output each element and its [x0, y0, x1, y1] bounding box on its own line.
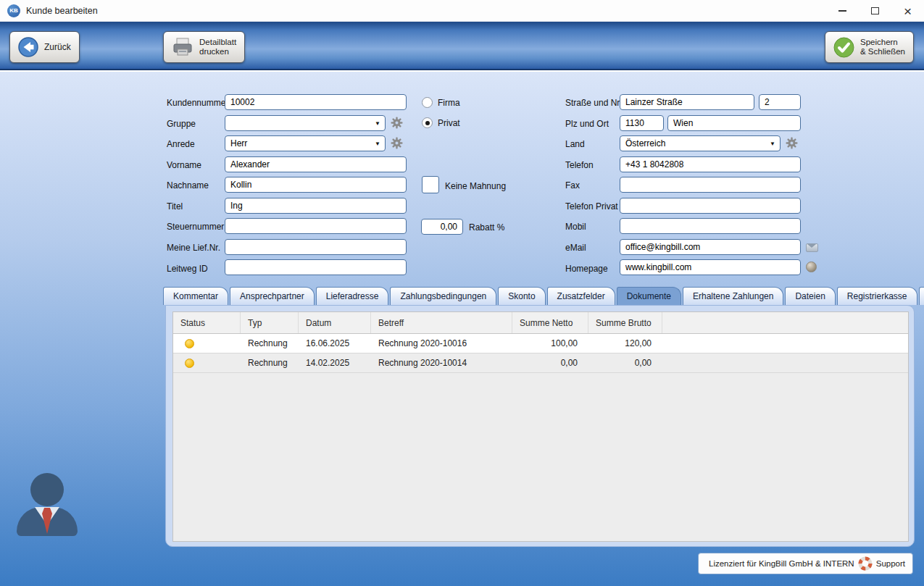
titel-input[interactable] [225, 198, 407, 214]
leitweg-id-input[interactable] [225, 259, 407, 275]
meine-lief-nr-label: Meine Lief.Nr. [167, 243, 220, 253]
save-label-line2: & Schließen [860, 47, 905, 57]
cell-betreff: Rechnung 2020-10014 [371, 353, 512, 372]
telefon-privat-label: Telefon Privat [565, 201, 618, 212]
privat-radio[interactable] [422, 117, 433, 128]
email-input[interactable] [620, 239, 801, 255]
send-email-icon[interactable] [806, 243, 818, 252]
column-header-status[interactable]: Status [173, 312, 241, 333]
license-text: Lizenziert für KingBill GmbH & INTERN [699, 559, 854, 568]
steuernummer-input[interactable] [225, 218, 407, 234]
check-circle-icon [833, 37, 854, 58]
save-label-line1: Speichern [860, 38, 905, 48]
avatar-head [30, 473, 64, 506]
cell-brutto: 0,00 [588, 353, 662, 372]
homepage-input[interactable] [620, 259, 801, 275]
tab-dateien[interactable]: Dateien [785, 287, 835, 305]
status-open-icon [185, 359, 194, 368]
minimize-button[interactable] [826, 0, 859, 22]
cell-brutto: 120,00 [588, 334, 662, 353]
chevron-down-icon: ▼ [765, 141, 780, 147]
anrede-settings-gear-icon[interactable] [391, 137, 403, 149]
keine-mahnung-label: Keine Mahnung [445, 181, 506, 191]
column-header-betreff[interactable]: Betreff [371, 312, 512, 333]
print-button-label: Detailblatt drucken [199, 38, 236, 57]
tab-briefe[interactable]: Briefe [919, 287, 924, 305]
print-detail-button[interactable]: Detailblatt drucken [163, 31, 245, 63]
column-header-summe-brutto[interactable]: Summe Brutto [588, 312, 662, 333]
back-arrow-icon [18, 37, 38, 57]
meine-lief-nr-input[interactable] [225, 239, 407, 255]
land-dropdown[interactable]: Österreich ▼ [620, 135, 781, 151]
telefon-label: Telefon [565, 160, 594, 170]
cell-typ: Rechnung [241, 353, 299, 372]
tab-ansprechpartner[interactable]: Ansprechpartner [230, 287, 315, 305]
rabatt-label: Rabatt % [469, 222, 504, 233]
vorname-input[interactable] [225, 156, 407, 172]
tab-zusatzfelder[interactable]: Zusatzfelder [547, 287, 615, 305]
print-label-line2: drucken [199, 47, 236, 57]
plz-input[interactable] [620, 115, 664, 131]
back-button[interactable]: Zurück [9, 31, 80, 63]
email-label: eMail [565, 243, 586, 253]
tab-kommentar[interactable]: Kommentar [163, 287, 228, 305]
tab-registrierkasse[interactable]: Registrierkasse [837, 287, 917, 305]
window-title: Kunde bearbeiten [26, 6, 98, 16]
cell-netto: 0,00 [512, 353, 588, 372]
license-bar: Lizenziert für KingBill GmbH & INTERN Su… [698, 553, 913, 574]
column-header-typ[interactable]: Typ [241, 312, 299, 333]
anrede-dropdown[interactable]: Herr ▼ [225, 135, 386, 151]
gruppe-dropdown[interactable]: ▼ [225, 115, 386, 131]
cell-typ: Rechnung [241, 334, 299, 353]
printer-icon [172, 37, 193, 57]
telefon-input[interactable] [620, 156, 801, 172]
maximize-button[interactable] [859, 0, 891, 22]
fax-input[interactable] [620, 177, 801, 193]
nachname-input[interactable] [225, 177, 407, 193]
status-open-icon [185, 339, 194, 348]
chevron-down-icon: ▼ [370, 120, 385, 127]
land-settings-gear-icon[interactable] [786, 137, 798, 149]
close-button[interactable]: × [891, 0, 924, 22]
land-label: Land [565, 139, 585, 149]
tab-lieferadresse[interactable]: Lieferadresse [316, 287, 389, 305]
column-header-summe-netto[interactable]: Summe Netto [512, 312, 588, 333]
nachname-label: Nachname [167, 180, 209, 191]
column-header-datum[interactable]: Datum [299, 312, 371, 333]
table-row[interactable]: Rechnung 14.02.2025 Rechnung 2020-10014 … [173, 353, 908, 373]
table-header-row: Status Typ Datum Betreff Summe Netto Sum… [173, 312, 908, 334]
support-label: Support [876, 559, 905, 568]
kundennummer-input[interactable] [225, 94, 407, 110]
tab-panel-dokumente: Status Typ Datum Betreff Summe Netto Sum… [165, 305, 915, 547]
back-button-label: Zurück [44, 42, 71, 52]
support-button[interactable]: Support [858, 556, 912, 571]
hausnummer-input[interactable] [759, 94, 801, 110]
lifebuoy-support-icon [858, 556, 873, 571]
firma-radio-label: Firma [438, 98, 460, 108]
tab-erhaltene-zahlungen[interactable]: Erhaltene Zahlungen [683, 287, 783, 305]
gruppe-settings-gear-icon[interactable] [391, 117, 403, 129]
tab-zahlungsbedingungen[interactable]: Zahlungsbedingungen [390, 287, 496, 305]
keine-mahnung-checkbox[interactable] [422, 176, 439, 193]
strasse-input[interactable] [620, 94, 754, 110]
cell-datum: 16.06.2025 [299, 334, 371, 353]
rabatt-input[interactable] [421, 219, 463, 235]
tab-dokumente[interactable]: Dokumente [617, 287, 681, 305]
anrede-value: Herr [225, 138, 370, 148]
privat-radio-label: Privat [438, 118, 460, 128]
gruppe-label: Gruppe [167, 119, 196, 129]
firma-radio[interactable] [422, 97, 433, 108]
minimize-icon [838, 10, 846, 12]
open-homepage-globe-icon[interactable] [806, 261, 817, 272]
print-label-line1: Detailblatt [199, 38, 236, 48]
ort-input[interactable] [667, 115, 801, 131]
telefon-privat-input[interactable] [620, 198, 801, 214]
kunde-bearbeiten-window: KB Kunde bearbeiten × Zurück Detailbla [0, 0, 924, 586]
mobil-input[interactable] [620, 218, 801, 234]
toolbar: Zurück Detailblatt drucken Speichern & S… [0, 22, 924, 70]
table-row[interactable]: Rechnung 16.06.2025 Rechnung 2020-10016 … [173, 334, 908, 353]
tab-skonto[interactable]: Skonto [498, 287, 545, 305]
kundennummer-label: Kundennummer [167, 98, 228, 108]
window-controls: × [826, 0, 924, 22]
save-close-button[interactable]: Speichern & Schließen [825, 31, 914, 63]
